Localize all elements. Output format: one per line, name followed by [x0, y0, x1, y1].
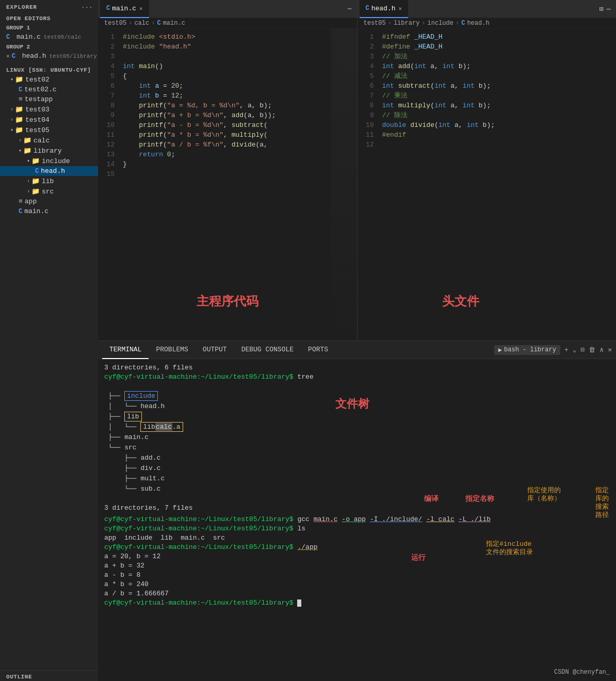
terminal-line: 3 directories, 6 files: [104, 363, 610, 372]
sidebar-item-library[interactable]: ▾ 📁 library: [0, 145, 98, 156]
folder-label: test03: [25, 106, 50, 113]
tab-bar-icons: ⋯: [348, 5, 355, 13]
terminal-line: cyf@cyf-virtual-machine:~/Linux/test05/l…: [104, 598, 610, 608]
group2-label: GROUP 2: [0, 42, 98, 51]
folder-label: library: [34, 147, 62, 155]
tab-terminal[interactable]: TERMINAL: [102, 341, 149, 359]
folder-icon: 📁: [23, 147, 31, 155]
tab-ports[interactable]: PORTS: [301, 341, 335, 359]
add-terminal-icon[interactable]: +: [564, 346, 569, 354]
sidebar-item-calc[interactable]: › 📁 calc: [0, 135, 98, 145]
chevron-down-icon[interactable]: ⌄: [573, 346, 577, 354]
group1-label: GROUP 1: [0, 23, 98, 32]
breadcrumb-part: test05: [364, 20, 386, 27]
group2-path: test05/library...: [49, 53, 98, 59]
folder-icon: 📁: [31, 157, 40, 165]
file-label: test02.c: [24, 86, 56, 93]
terminal-area: TERMINAL PROBLEMS OUTPUT DEBUG CONSOLE P…: [98, 340, 616, 681]
tab-output[interactable]: OUTPUT: [196, 341, 234, 359]
tab-close-icon[interactable]: ✕: [399, 5, 402, 12]
sidebar-item-test04[interactable]: › 📁 test04: [0, 115, 98, 125]
c-header-icon: C: [12, 53, 20, 60]
breadcrumb-part: test05: [104, 20, 126, 27]
folder-icon: 📁: [31, 177, 40, 185]
chevron-down-icon: ▾: [19, 148, 22, 154]
sidebar-item-testapp[interactable]: ≡ testapp: [0, 94, 98, 104]
folder-label: test05: [25, 126, 50, 134]
chevron-down-icon: ▾: [27, 158, 30, 164]
c-header-icon: C: [35, 168, 39, 175]
folder-icon: 📁: [23, 136, 31, 144]
c-header-icon: C: [366, 5, 369, 12]
tab-debug-console[interactable]: DEBUG CONSOLE: [234, 341, 301, 359]
group2-filename: head.h: [22, 52, 46, 60]
file-label: testapp: [25, 95, 53, 103]
terminal-line: 3 directories, 7 files: [104, 504, 610, 513]
terminal-line: cyf@cyf-virtual-machine:~/Linux/test05/l…: [104, 524, 610, 533]
group1-path: test05/calc: [44, 34, 82, 40]
tab-close-icon[interactable]: ✕: [139, 5, 143, 12]
group2-file[interactable]: ✕ C head.h test05/library...: [0, 51, 98, 61]
close-icon[interactable]: ✕: [6, 53, 10, 59]
chevron-up-icon[interactable]: ∧: [599, 346, 604, 354]
annotation-libpath: 指定库的搜索路径: [594, 487, 610, 520]
sidebar-item-src[interactable]: › 📁 src: [0, 186, 98, 197]
terminal-name-badge: ▶ bash - library: [494, 345, 560, 355]
terminal-tabs: TERMINAL PROBLEMS OUTPUT DEBUG CONSOLE P…: [102, 341, 335, 359]
code-area-right[interactable]: 12345 678910 1112 #ifndef _HEAD_H #defin…: [358, 29, 617, 340]
terminal-line: a - b = 8: [104, 571, 610, 580]
terminal-line: ├── add.c: [108, 453, 610, 463]
sidebar-item-include[interactable]: ▾ 📁 include: [0, 156, 98, 166]
terminal-line: a * b = 240: [104, 580, 610, 589]
split-view-icon[interactable]: ⊞: [599, 5, 603, 13]
terminal-line: ├── div.c: [108, 463, 610, 474]
terminal-body[interactable]: 3 directories, 6 files cyf@cyf-virtual-m…: [98, 359, 616, 681]
sidebar-item-test02[interactable]: ▾ 📁 test02: [0, 74, 98, 85]
c-file-icon: C: [6, 34, 14, 41]
line-numbers-left: 12345 678910 1112131415: [98, 29, 119, 340]
file-label: head.h: [41, 167, 65, 175]
sidebar-item-mainc[interactable]: C main.c: [0, 206, 98, 216]
code-area-left[interactable]: 12345 678910 1112131415 #include <stdio.…: [98, 29, 357, 340]
breadcrumb-right: test05 › library › include › C head.h: [358, 18, 617, 29]
c-file-icon: C: [157, 20, 160, 27]
tab-mainc[interactable]: C main.c ✕: [100, 0, 149, 18]
annotation-compile: 编译: [424, 494, 439, 504]
terminal-icon: ▶: [498, 346, 502, 354]
editor-area: C main.c ✕ ⋯ test05 › calc › C main.c: [98, 0, 616, 340]
sidebar-item-test02c[interactable]: C test02.c: [0, 85, 98, 94]
explorer-menu-icon[interactable]: ···: [82, 4, 93, 10]
run-command-block: cyf@cyf-virtual-machine:~/Linux/test05/l…: [104, 543, 610, 552]
tab-label: head.h: [371, 5, 396, 12]
file-list-icon: ≡: [19, 198, 23, 205]
tab-headh[interactable]: C head.h ✕: [360, 0, 409, 18]
annotation-libname: 指定使用的库（名称）: [527, 487, 561, 503]
sidebar-item-test05[interactable]: ▾ 📁 test05: [0, 125, 98, 135]
c-header-icon: C: [461, 20, 465, 27]
editor-pane-left: C main.c ✕ ⋯ test05 › calc › C main.c: [98, 0, 358, 340]
terminal-line: ├── lib: [108, 412, 610, 422]
terminal-controls: ▶ bash - library + ⌄ ⊟ 🗑 ∧ ✕: [494, 345, 612, 355]
sidebar-item-lib[interactable]: › 📁 lib: [0, 176, 98, 186]
close-terminal-icon[interactable]: ✕: [608, 346, 612, 354]
folder-label: include: [42, 157, 70, 165]
sidebar-item-test03[interactable]: › 📁 test03: [0, 104, 98, 115]
terminal-line: a / b = 1.666667: [104, 589, 610, 598]
csdn-badge: CSDN @chenyfan_: [554, 668, 610, 677]
code-content-right: #ifndef _HEAD_H #define _HEAD_H // 加法 in…: [378, 29, 596, 340]
sidebar: EXPLORER ··· OPEN EDITORS GROUP 1 C main…: [0, 0, 98, 681]
sidebar-item-headh[interactable]: C head.h: [0, 166, 98, 176]
breadcrumb-part: calc: [134, 20, 149, 27]
chevron-right-icon: ›: [10, 117, 13, 123]
trash-icon[interactable]: 🗑: [589, 346, 595, 354]
more-actions-icon[interactable]: ⋯: [607, 5, 611, 13]
breadcrumb-left: test05 › calc › C main.c: [98, 18, 357, 29]
tab-problems[interactable]: PROBLEMS: [149, 341, 195, 359]
sidebar-item-app[interactable]: ≡ app: [0, 197, 98, 206]
split-terminal-icon[interactable]: ⊟: [581, 346, 585, 354]
group1-file[interactable]: C main.c test05/calc: [0, 32, 98, 42]
folder-icon: 📁: [15, 75, 23, 84]
gcc-command-block: cyf@cyf-virtual-machine:~/Linux/test05/l…: [104, 515, 610, 524]
split-editor-icon[interactable]: ⋯: [348, 5, 352, 13]
annotation-run: 运行: [411, 553, 426, 562]
